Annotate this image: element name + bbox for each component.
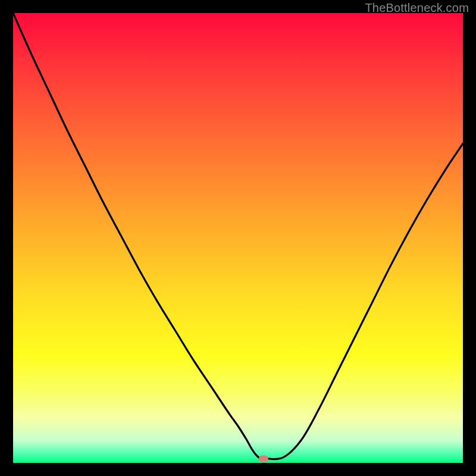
bottleneck-curve xyxy=(13,13,463,463)
watermark-text: TheBottleneck.com xyxy=(365,1,469,15)
chart-frame: TheBottleneck.com xyxy=(0,0,476,476)
optimal-point-marker xyxy=(259,456,268,462)
